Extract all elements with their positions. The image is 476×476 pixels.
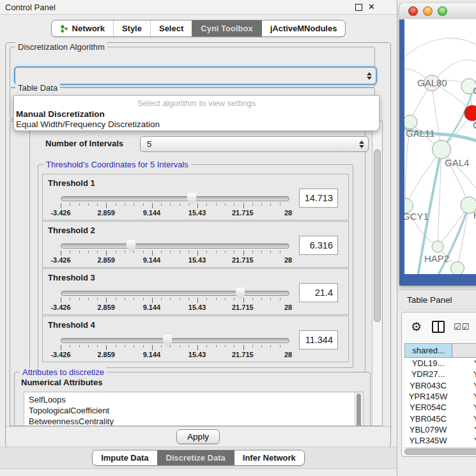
table-horizontal-scrollbar[interactable] bbox=[404, 447, 476, 454]
column-header-name[interactable]: na bbox=[452, 344, 476, 357]
threshold-2-value[interactable]: 6.316 bbox=[299, 236, 338, 255]
table-panel: ⚙ ☑☑ shared... na YDL19...YDL1 YDR27...Y… bbox=[401, 312, 476, 457]
table-header-row: shared... na bbox=[404, 343, 476, 358]
list-item[interactable]: TopologicalCoefficient bbox=[24, 405, 363, 416]
table-row[interactable]: YER054CYER0 bbox=[404, 402, 476, 413]
gear-icon[interactable]: ⚙ bbox=[411, 321, 422, 333]
tab-label: Network bbox=[72, 24, 105, 33]
float-window-icon[interactable] bbox=[355, 4, 362, 11]
node-label-g: G. bbox=[473, 85, 476, 96]
tab-style[interactable]: Style bbox=[113, 20, 150, 36]
tab-select[interactable]: Select bbox=[150, 20, 192, 36]
node-bottom[interactable] bbox=[450, 261, 464, 274]
tab-label: Select bbox=[159, 24, 183, 33]
table-panel-title: Table Panel bbox=[397, 295, 452, 305]
threshold-2-slider[interactable]: -3.426 2.859 9.144 15.43 21.715 28 bbox=[61, 243, 288, 265]
table-row[interactable]: YDR27...YDR2 bbox=[404, 369, 476, 380]
network-canvas[interactable]: GAL80 G. C GAL11 GAL4 GCY1 H HAP2 bbox=[404, 19, 476, 274]
tab-network[interactable]: Network bbox=[52, 20, 113, 36]
algorithm-dropdown-popup: Select algorithm to view settings Manual… bbox=[13, 95, 380, 131]
numerical-attributes-list[interactable]: SelfLoops TopologicalCoefficient Between… bbox=[24, 392, 364, 426]
scrollbar-thumb[interactable] bbox=[357, 394, 361, 426]
top-tabbar: Network Style Select Cyni Toolbox jActiv… bbox=[0, 20, 397, 37]
table-row[interactable]: YBR045CYBR0 bbox=[404, 413, 476, 424]
discretization-algorithm-group: Discretization Algorithm bbox=[10, 47, 375, 88]
list-item[interactable]: SelfLoops bbox=[24, 394, 363, 405]
tab-label: Discretize Data bbox=[166, 453, 226, 463]
group-title: Discretization Algorithm bbox=[15, 42, 107, 52]
threshold-3-value[interactable]: 21.4 bbox=[299, 283, 338, 302]
panel-title: Control Panel bbox=[0, 3, 56, 12]
threshold-1-slider[interactable]: -3.426 2.859 9.144 15.43 21.715 28 bbox=[61, 196, 288, 218]
tab-infer-network[interactable]: Infer Network bbox=[234, 450, 304, 465]
table-rows: YDL19...YDL1 YDR27...YDR2 YBR043CYBR0 YP… bbox=[404, 358, 476, 447]
close-icon[interactable]: ✕ bbox=[368, 4, 375, 10]
bottom-tabbar: Impute Data Discretize Data Infer Networ… bbox=[0, 447, 397, 469]
thresholds-group: Threshold's Coordinates for 5 Intervals … bbox=[38, 164, 353, 368]
table-row[interactable]: YBR043CYBR0 bbox=[404, 380, 476, 391]
threshold-title: Threshold 1 bbox=[48, 178, 95, 188]
tab-label: Cyni Toolbox bbox=[201, 24, 252, 33]
settings-scrollbar[interactable] bbox=[372, 121, 382, 426]
threshold-panel-1: Threshold 1 -3.426 2.859 9.144 15.43 bbox=[42, 174, 349, 220]
attributes-group: Attributes to discretize Numerical Attri… bbox=[14, 372, 371, 426]
threshold-4-slider[interactable]: -3.426 2.859 9.144 15.43 21.715 28 bbox=[61, 338, 288, 360]
threshold-3-slider[interactable]: -3.426 2.859 9.144 15.43 21.715 28 bbox=[61, 291, 288, 312]
slider-track[interactable] bbox=[61, 243, 289, 249]
group-title: Attributes to discretize bbox=[20, 367, 107, 377]
num-intervals-label: Number of Intervals bbox=[45, 136, 123, 151]
slider-track[interactable] bbox=[61, 338, 289, 343]
tab-impute-data[interactable]: Impute Data bbox=[93, 450, 157, 465]
tab-jactivemnodules[interactable]: jActiveMNodules bbox=[261, 20, 346, 36]
node-label-gal4: GAL4 bbox=[445, 157, 469, 168]
node-gal4[interactable] bbox=[432, 140, 451, 159]
threshold-1-value[interactable]: 14.713 bbox=[299, 188, 338, 208]
tab-discretize-data[interactable]: Discretize Data bbox=[157, 450, 234, 465]
threshold-panel-2: Threshold 2 -3.426 2.859 9.144 15.43 bbox=[42, 221, 349, 268]
node-label-gal80: GAL80 bbox=[417, 77, 447, 88]
slider-track[interactable] bbox=[61, 196, 289, 201]
threshold-title: Threshold 3 bbox=[48, 273, 95, 282]
node-table: shared... na YDL19...YDL1 YDR27...YDR2 Y… bbox=[404, 343, 476, 447]
control-panel-titlebar: Control Panel ✕ bbox=[0, 0, 397, 15]
threshold-panel-3: Threshold 3 -3.426 2.859 9.144 15.43 bbox=[42, 268, 349, 315]
slider-ticks bbox=[61, 298, 288, 303]
group-title: Threshold's Coordinates for 5 Intervals bbox=[43, 160, 191, 169]
tab-label: Infer Network bbox=[243, 453, 296, 463]
columns-icon[interactable] bbox=[432, 321, 445, 333]
list-item[interactable]: BetweennessCentrality bbox=[24, 416, 363, 426]
table-row[interactable]: YDL19...YDL1 bbox=[404, 358, 476, 369]
algorithm-combo[interactable] bbox=[14, 66, 377, 85]
dropdown-option-equal-width[interactable]: Equal Width/Frequency Discretization bbox=[15, 119, 160, 129]
node-label-gcy1: GCY1 bbox=[404, 211, 429, 222]
network-window-titlebar[interactable] bbox=[399, 3, 476, 20]
combo-value: 5 bbox=[147, 139, 355, 149]
dropdown-option-manual[interactable]: Manual Discretization bbox=[15, 109, 105, 119]
node-label-h: H bbox=[473, 210, 476, 220]
close-traffic-light-icon[interactable] bbox=[408, 6, 418, 16]
cyni-toolbox-content: Discretization Algorithm Table Data galF… bbox=[5, 42, 391, 447]
threshold-4-value[interactable]: 11.344 bbox=[299, 330, 338, 349]
slider-track[interactable] bbox=[61, 291, 289, 296]
scrollbar-thumb[interactable] bbox=[374, 150, 381, 322]
select-columns-icon[interactable]: ☑☑ bbox=[454, 322, 470, 332]
combo-arrows-icon bbox=[367, 72, 372, 80]
column-header-shared[interactable]: shared... bbox=[405, 344, 452, 357]
num-intervals-combo[interactable]: 5 bbox=[140, 136, 369, 152]
threshold-title: Threshold 2 bbox=[48, 226, 95, 235]
minimize-traffic-light-icon[interactable] bbox=[423, 6, 433, 16]
table-panel-toolbar: ⚙ ☑☑ bbox=[402, 312, 476, 341]
table-row[interactable]: YPR145WYPR1 bbox=[404, 391, 476, 402]
node-red-selected[interactable] bbox=[464, 105, 476, 121]
threshold-panel-4: Threshold 4 -3.426 2.859 9.144 15.43 bbox=[42, 316, 349, 362]
scrollbar-thumb[interactable] bbox=[404, 449, 476, 455]
slider-tick-labels: -3.426 2.859 9.144 15.43 21.715 28 bbox=[61, 303, 288, 311]
apply-button[interactable]: Apply bbox=[176, 429, 220, 444]
node-hap2[interactable] bbox=[432, 241, 444, 253]
node-label-c: C bbox=[473, 119, 476, 130]
tab-cyni-toolbox[interactable]: Cyni Toolbox bbox=[192, 20, 261, 36]
table-row[interactable]: YLR345WYLR3 bbox=[404, 435, 476, 446]
zoom-traffic-light-icon[interactable] bbox=[438, 6, 447, 16]
list-scrollbar[interactable] bbox=[355, 392, 363, 426]
table-row[interactable]: YBL079WYBL0 bbox=[404, 424, 476, 435]
